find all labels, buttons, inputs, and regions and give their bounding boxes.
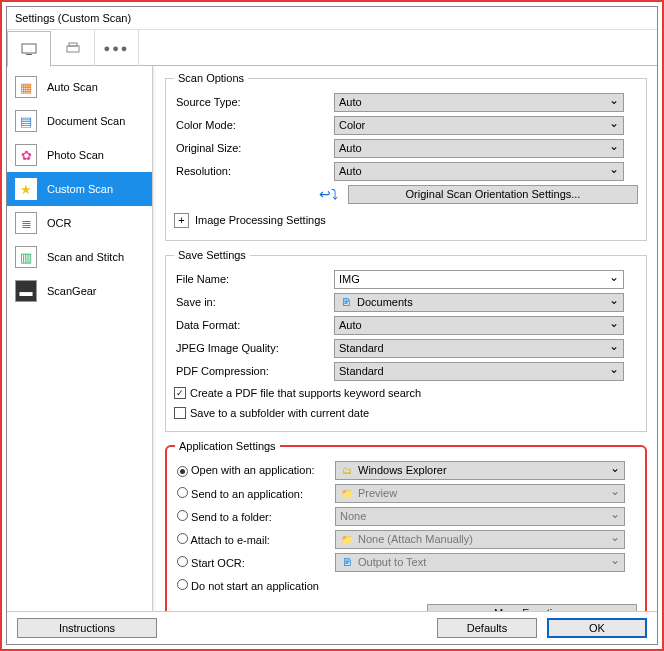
create-pdf-label: Create a PDF file that supports keyword … xyxy=(190,387,421,399)
defaults-button[interactable]: Defaults xyxy=(437,618,537,638)
resolution-dropdown[interactable]: Auto xyxy=(334,162,624,181)
sidebar-item-auto-scan[interactable]: ▦ Auto Scan xyxy=(7,70,152,104)
jpeg-quality-label: JPEG Image Quality: xyxy=(174,342,334,354)
open-app-radio[interactable] xyxy=(177,466,188,477)
send-app-dropdown[interactable]: 📁Preview xyxy=(335,484,625,503)
svg-rect-2 xyxy=(67,46,79,52)
source-type-dropdown[interactable]: Auto xyxy=(334,93,624,112)
dots-icon: ●●● xyxy=(104,42,130,54)
resolution-label: Resolution: xyxy=(174,165,334,177)
subfolder-checkbox[interactable] xyxy=(174,407,186,419)
scan-options-group: Scan Options Source Type: Auto Color Mod… xyxy=(165,72,647,241)
start-ocr-radio[interactable] xyxy=(177,556,188,567)
tab-more[interactable]: ●●● xyxy=(95,30,139,66)
svg-rect-0 xyxy=(22,44,36,53)
original-size-dropdown[interactable]: Auto xyxy=(334,139,624,158)
orientation-settings-button[interactable]: Original Scan Orientation Settings... xyxy=(348,185,638,204)
tab-bar: ●●● xyxy=(7,30,657,66)
pdf-compression-label: PDF Compression: xyxy=(174,365,334,377)
document-scan-icon: ▤ xyxy=(15,110,37,132)
send-folder-dropdown[interactable]: None xyxy=(335,507,625,526)
subfolder-label: Save to a subfolder with current date xyxy=(190,407,369,419)
settings-window: Settings (Custom Scan) ●●● ▦ Auto Scan ▤ xyxy=(6,6,658,645)
color-mode-label: Color Mode: xyxy=(174,119,334,131)
save-in-label: Save in: xyxy=(174,296,334,308)
text-output-icon: 🖹 xyxy=(340,555,354,569)
sidebar-item-label: OCR xyxy=(47,217,71,229)
svg-rect-1 xyxy=(26,54,32,55)
svg-rect-3 xyxy=(69,43,77,46)
file-name-dropdown[interactable]: IMG xyxy=(334,270,624,289)
open-app-label: Open with an application: xyxy=(191,464,315,476)
window-title: Settings (Custom Scan) xyxy=(15,12,131,24)
sidebar-item-scangear[interactable]: ▬ ScanGear xyxy=(7,274,152,308)
scan-options-legend: Scan Options xyxy=(174,72,248,84)
save-in-dropdown[interactable]: 🖹Documents xyxy=(334,293,624,312)
no-app-label: Do not start an application xyxy=(191,580,319,592)
sidebar-item-label: ScanGear xyxy=(47,285,97,297)
documents-folder-icon: 🖹 xyxy=(339,295,353,309)
color-mode-dropdown[interactable]: Color xyxy=(334,116,624,135)
start-ocr-dropdown[interactable]: 🖹Output to Text xyxy=(335,553,625,572)
sidebar-item-label: Scan and Stitch xyxy=(47,251,124,263)
image-processing-label: Image Processing Settings xyxy=(195,214,326,226)
photo-scan-icon: ✿ xyxy=(15,144,37,166)
rotate-icon[interactable]: ↩⤵ xyxy=(319,186,338,202)
ocr-icon: ≣ xyxy=(15,212,37,234)
save-settings-legend: Save Settings xyxy=(174,249,250,261)
sidebar-item-label: Document Scan xyxy=(47,115,125,127)
footer-bar: Instructions Defaults OK xyxy=(7,611,657,644)
attach-email-dropdown[interactable]: 📁None (Attach Manually) xyxy=(335,530,625,549)
start-ocr-label: Start OCR: xyxy=(191,557,245,569)
expand-image-processing[interactable]: + xyxy=(174,213,189,228)
sidebar-item-label: Auto Scan xyxy=(47,81,98,93)
file-name-label: File Name: xyxy=(174,273,334,285)
data-format-dropdown[interactable]: Auto xyxy=(334,316,624,335)
tab-scan[interactable] xyxy=(7,31,51,67)
title-bar: Settings (Custom Scan) xyxy=(7,7,657,30)
attach-email-radio[interactable] xyxy=(177,533,188,544)
preview-folder-icon: 📁 xyxy=(340,486,354,500)
open-app-dropdown[interactable]: 🗂Windows Explorer xyxy=(335,461,625,480)
send-app-label: Send to an application: xyxy=(191,488,303,500)
printer-icon xyxy=(64,41,82,55)
save-settings-group: Save Settings File Name: IMG Save in: 🖹D… xyxy=(165,249,647,432)
original-size-label: Original Size: xyxy=(174,142,334,154)
sidebar-item-label: Photo Scan xyxy=(47,149,104,161)
instructions-button[interactable]: Instructions xyxy=(17,618,157,638)
sidebar-item-custom-scan[interactable]: ★ Custom Scan xyxy=(7,172,152,206)
more-functions-button[interactable]: More Functions xyxy=(427,604,637,612)
application-settings-group: Application Settings Open with an applic… xyxy=(165,440,647,611)
no-app-radio[interactable] xyxy=(177,579,188,590)
send-app-radio[interactable] xyxy=(177,487,188,498)
create-pdf-checkbox[interactable]: ✓ xyxy=(174,387,186,399)
sidebar-item-ocr[interactable]: ≣ OCR xyxy=(7,206,152,240)
send-folder-radio[interactable] xyxy=(177,510,188,521)
explorer-icon: 🗂 xyxy=(340,463,354,477)
pdf-compression-dropdown[interactable]: Standard xyxy=(334,362,624,381)
sidebar-item-scan-stitch[interactable]: ▥ Scan and Stitch xyxy=(7,240,152,274)
email-folder-icon: 📁 xyxy=(340,532,354,546)
sidebar-item-document-scan[interactable]: ▤ Document Scan xyxy=(7,104,152,138)
custom-scan-icon: ★ xyxy=(15,178,37,200)
attach-email-label: Attach to e-mail: xyxy=(190,534,269,546)
scangear-icon: ▬ xyxy=(15,280,37,302)
data-format-label: Data Format: xyxy=(174,319,334,331)
stitch-icon: ▥ xyxy=(15,246,37,268)
jpeg-quality-dropdown[interactable]: Standard xyxy=(334,339,624,358)
sidebar-item-label: Custom Scan xyxy=(47,183,113,195)
auto-scan-icon: ▦ xyxy=(15,76,37,98)
application-settings-legend: Application Settings xyxy=(175,440,280,452)
send-folder-label: Send to a folder: xyxy=(191,511,272,523)
sidebar: ▦ Auto Scan ▤ Document Scan ✿ Photo Scan… xyxy=(7,66,153,611)
source-type-label: Source Type: xyxy=(174,96,334,108)
content-pane: Scan Options Source Type: Auto Color Mod… xyxy=(153,66,657,611)
sidebar-item-photo-scan[interactable]: ✿ Photo Scan xyxy=(7,138,152,172)
ok-button[interactable]: OK xyxy=(547,618,647,638)
monitor-icon xyxy=(20,42,38,56)
tab-printer[interactable] xyxy=(51,30,95,66)
